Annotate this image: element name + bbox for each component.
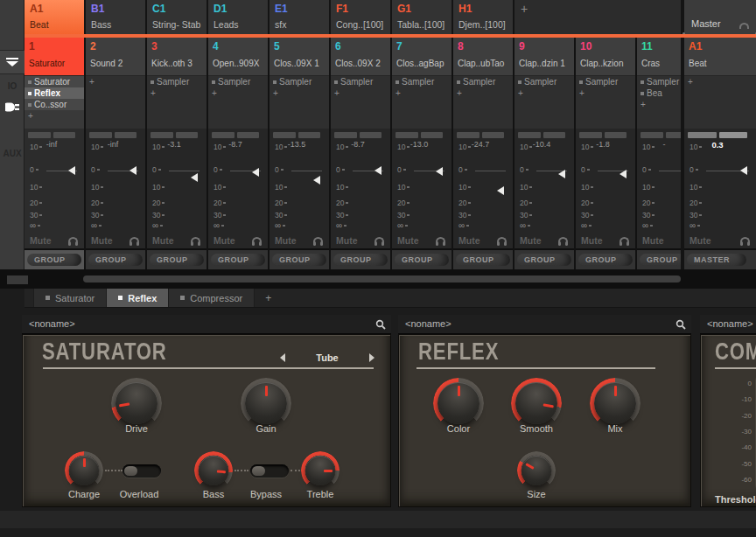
mute-button[interactable]: Mute (581, 235, 603, 246)
cue-headphones-icon[interactable] (620, 237, 629, 243)
pan-slider[interactable] (518, 132, 565, 138)
add-plugin-button[interactable]: + (86, 76, 145, 87)
sound-header[interactable]: 9 Clap..dzin 1 (514, 38, 574, 76)
sound-header[interactable]: 6 Clos..09X 2 (331, 38, 390, 76)
smooth-knob[interactable] (511, 378, 562, 429)
mute-button[interactable]: Mute (214, 235, 235, 246)
group-route-button[interactable]: GROUP (517, 254, 571, 266)
group-route-button[interactable]: GROUP (272, 254, 326, 266)
group-cell[interactable]: B1 Bass (86, 0, 147, 34)
io-view-button[interactable]: IO (0, 81, 24, 91)
group-cell[interactable]: D1 Leads (208, 0, 270, 34)
group-cell[interactable]: A1 Beat (24, 0, 86, 34)
overload-toggle[interactable] (122, 464, 161, 478)
pan-slider[interactable] (396, 132, 443, 138)
fader-handle[interactable] (191, 173, 198, 182)
plugin-item[interactable]: Sampler (576, 76, 635, 87)
gain-knob[interactable] (241, 378, 291, 429)
collapse-mixer-button[interactable] (0, 50, 24, 74)
next-arrow-icon[interactable] (369, 353, 374, 362)
preset-header[interactable]: <noname> (22, 315, 391, 334)
group-cell[interactable]: C1 String- Stab (147, 0, 208, 34)
headphones-icon[interactable] (739, 23, 749, 29)
plugin-item[interactable]: Sampler (331, 76, 390, 87)
pan-slider[interactable] (150, 132, 198, 138)
fader-handle[interactable] (558, 170, 565, 178)
mute-button[interactable]: Mute (152, 235, 174, 246)
add-plugin-tab-button[interactable]: + (255, 289, 282, 307)
plugin-item[interactable]: Sampler (270, 76, 329, 87)
sound-header[interactable]: 5 Clos..09X 1 (270, 38, 329, 76)
pan-slider[interactable] (334, 132, 382, 138)
add-plugin-button[interactable]: + (453, 87, 513, 99)
charge-knob[interactable] (65, 451, 103, 490)
add-plugin-button[interactable]: + (576, 87, 635, 99)
group-route-button[interactable]: GROUP (27, 254, 81, 266)
add-plugin-button[interactable]: + (684, 76, 756, 87)
add-group-button[interactable]: + (514, 0, 681, 34)
cue-headphones-icon[interactable] (313, 237, 323, 243)
fader-handle[interactable] (620, 170, 626, 178)
mute-button[interactable]: Mute (458, 235, 480, 246)
group-cell[interactable]: H1 Djem..[100] (453, 0, 514, 34)
sound-header[interactable]: 11 Cras (637, 38, 681, 76)
tab-saturator[interactable]: Saturator (33, 289, 107, 307)
group-route-button[interactable]: GROUP (211, 254, 265, 266)
fader-handle[interactable] (252, 168, 259, 177)
cue-headphones-icon[interactable] (497, 237, 507, 243)
cue-headphones-icon[interactable] (130, 237, 139, 243)
plugin-item[interactable]: Sampler (637, 76, 681, 87)
fader-handle[interactable] (313, 176, 320, 185)
sound-header[interactable]: 3 Kick..oth 3 (147, 38, 206, 76)
sound-header[interactable]: 2 Sound 2 (86, 38, 145, 76)
add-plugin-button[interactable]: + (637, 99, 681, 110)
fader-handle[interactable] (436, 167, 443, 176)
pan-slider[interactable] (89, 132, 136, 138)
mix-knob[interactable] (590, 378, 640, 429)
tab-reflex[interactable]: Reflex (107, 289, 169, 307)
pan-slider[interactable] (28, 132, 75, 138)
add-plugin-button[interactable]: + (24, 110, 84, 122)
plugin-item[interactable]: Sampler (453, 76, 513, 87)
plugin-item[interactable]: Sampler (147, 76, 206, 87)
color-knob[interactable] (433, 378, 484, 429)
add-plugin-button[interactable]: + (147, 87, 206, 99)
plugin-item[interactable]: Sampler (514, 76, 574, 87)
plugin-item[interactable]: Reflex (24, 87, 84, 99)
master-header[interactable]: Master (684, 0, 756, 34)
pan-slider[interactable] (688, 132, 747, 138)
sound-header[interactable]: 1 Saturator (24, 38, 84, 76)
group-cell[interactable]: G1 Tabla..[100] (392, 0, 453, 34)
pan-slider[interactable] (212, 132, 259, 138)
sound-header[interactable]: 8 Clap..ubTao (453, 38, 513, 76)
cue-headphones-icon[interactable] (252, 237, 262, 243)
plugin-item[interactable]: Sampler (392, 76, 452, 87)
plugin-view-button[interactable] (0, 101, 24, 113)
add-plugin-button[interactable]: + (208, 87, 268, 99)
fader-handle[interactable] (130, 166, 136, 175)
group-cell[interactable]: F1 Cong..[100] (331, 0, 392, 34)
magnifier-icon[interactable] (676, 319, 686, 330)
cue-headphones-icon[interactable] (191, 237, 200, 243)
treble-knob[interactable] (301, 451, 340, 490)
group-route-button[interactable]: GROUP (456, 254, 510, 266)
plugin-item[interactable]: Saturator (24, 76, 84, 87)
pan-slider[interactable] (640, 132, 681, 138)
fader-handle[interactable] (374, 166, 382, 175)
cue-headphones-icon[interactable] (68, 237, 78, 243)
mute-button[interactable]: Mute (336, 235, 358, 246)
prev-arrow-icon[interactable] (280, 353, 285, 362)
mute-button[interactable]: Mute (91, 235, 113, 246)
add-plugin-button[interactable]: + (331, 87, 390, 99)
cue-headphones-icon[interactable] (436, 237, 445, 243)
pan-slider[interactable] (457, 132, 504, 138)
group-route-button[interactable]: GROUP (333, 254, 388, 266)
mute-button[interactable]: Mute (520, 235, 542, 246)
drive-knob[interactable] (111, 378, 162, 429)
mute-button[interactable]: Mute (690, 235, 711, 246)
tab-compressor[interactable]: Compressor (169, 289, 255, 307)
aux-view-button[interactable]: AUX (0, 149, 24, 158)
sound-header[interactable]: 10 Clap..kzion (576, 38, 635, 76)
plugin-item[interactable]: Co..ssor (24, 99, 84, 110)
cue-headphones-icon[interactable] (374, 237, 384, 243)
